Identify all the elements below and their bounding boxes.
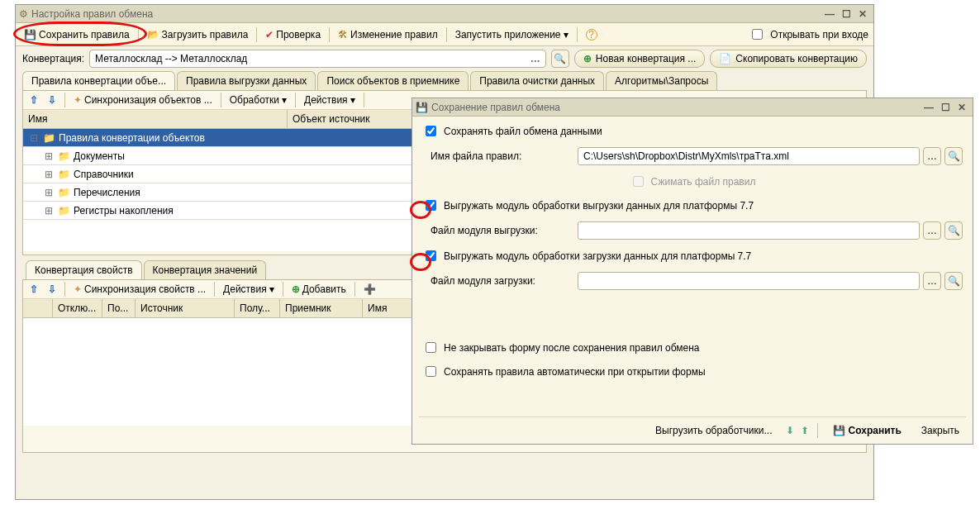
maximize-button[interactable]: ☐ xyxy=(938,101,953,114)
actions2-label: Действия xyxy=(223,283,267,295)
autosave-checkbox[interactable] xyxy=(426,366,436,377)
conversion-row: Конвертация: Металлосклад --> Металлоскл… xyxy=(16,46,873,71)
dont-close-checkbox[interactable] xyxy=(426,342,436,353)
col-receiver[interactable]: Приемник xyxy=(280,299,363,317)
close-dialog-button[interactable]: Закрыть xyxy=(915,422,966,439)
plus-icon: ⊕ xyxy=(583,54,592,64)
open-on-enter-checkbox[interactable] xyxy=(752,29,763,40)
tab-clean-rules[interactable]: Правила очистки данных xyxy=(470,71,604,90)
rules-filename-search[interactable]: 🔍 xyxy=(944,147,963,165)
dont-close-check[interactable]: Не закрывать форму после сохранения прав… xyxy=(422,340,963,355)
export-upload-module-check[interactable]: Выгружать модуль обработки выгрузки данн… xyxy=(422,198,963,213)
sync-props-button[interactable]: ✦ Синхронизация свойств ... xyxy=(70,282,209,297)
load-rules-button[interactable]: 📂 Загрузить правила xyxy=(144,27,252,42)
chevron-down-icon: ▾ xyxy=(564,30,568,40)
save-rules-label: Сохранить правила xyxy=(39,29,130,40)
tab-search-objects[interactable]: Поиск объектов в приемнике xyxy=(317,71,469,90)
export-icon[interactable]: ⬇ xyxy=(786,426,794,435)
main-title: Настройка правил обмена xyxy=(31,8,153,20)
separator xyxy=(446,27,447,42)
upload-module-input[interactable] xyxy=(578,221,920,240)
wrench-icon: 🛠 xyxy=(338,30,348,40)
new-conversion-button[interactable]: ⊕ Новая конвертация ... xyxy=(574,50,706,68)
processings-label: Обработки xyxy=(230,94,279,106)
conversion-label: Конвертация: xyxy=(22,53,84,64)
dont-close-label: Не закрывать форму после сохранения прав… xyxy=(444,342,700,354)
save-rules-button[interactable]: 💾 Сохранить правила xyxy=(21,27,133,42)
expand-icon[interactable]: ⊞ xyxy=(43,205,55,217)
upload-module-search[interactable]: 🔍 xyxy=(944,221,963,240)
tab-conversion-rules[interactable]: Правила конвертации объе... xyxy=(22,71,175,90)
expand-icon[interactable]: ⊟ xyxy=(28,132,40,144)
close-button[interactable]: ✕ xyxy=(855,7,870,21)
main-titlebar: ⚙ Настройка правил обмена — ☐ ✕ xyxy=(16,5,873,23)
expand-icon[interactable]: ⊞ xyxy=(43,150,55,162)
copy-icon: 📄 xyxy=(719,54,731,64)
export-upload-module-checkbox[interactable] xyxy=(426,200,436,211)
sync-objects-button[interactable]: ✦ Синхронизация объектов ... xyxy=(70,93,216,107)
modify-rules-label: Изменение правил xyxy=(350,29,438,40)
col-blank[interactable] xyxy=(23,299,53,317)
col-disabled[interactable]: Отклю... xyxy=(53,299,102,317)
actions-button[interactable]: Действия ▾ xyxy=(301,93,359,107)
tab-value-conversion[interactable]: Конвертация значений xyxy=(144,260,267,279)
processings-button[interactable]: Обработки ▾ xyxy=(226,93,290,107)
rules-filename-browse[interactable]: … xyxy=(923,147,941,165)
check-label: Проверка xyxy=(276,29,321,40)
download-module-browse[interactable]: … xyxy=(923,272,941,290)
col-po[interactable]: По... xyxy=(102,299,136,317)
save-exchange-file-checkbox[interactable] xyxy=(426,126,436,136)
move-down-button[interactable]: ⇩ xyxy=(45,93,59,107)
actions2-button[interactable]: Действия ▾ xyxy=(220,282,278,297)
upload-module-browse[interactable]: … xyxy=(923,221,941,240)
export-download-module-checkbox[interactable] xyxy=(426,250,436,261)
conversion-ellipsis[interactable]: … xyxy=(530,53,540,64)
rules-filename-input[interactable] xyxy=(578,147,920,165)
move-up-button[interactable]: ⇧ xyxy=(26,283,41,296)
check-button[interactable]: ✔ Проверка xyxy=(262,27,324,42)
main-toolbar: 💾 Сохранить правила 📂 Загрузить правила … xyxy=(16,23,873,46)
conversion-search-button[interactable]: 🔍 xyxy=(551,50,569,68)
run-app-button[interactable]: Запустить приложение ▾ xyxy=(452,27,572,42)
open-on-enter-check[interactable]: Открывать при входе xyxy=(749,26,868,42)
compress-file-check[interactable]: Сжимать файл правил xyxy=(422,174,963,189)
tab-label: Правила выгрузки данных xyxy=(186,75,307,87)
expand-icon[interactable]: ⊞ xyxy=(43,169,55,180)
export-handlers-button[interactable]: Выгрузить обработчики... xyxy=(649,422,778,439)
minimize-button[interactable]: — xyxy=(822,7,837,21)
save-exchange-file-check[interactable]: Сохранять файл обмена данными xyxy=(422,123,963,139)
expand-icon[interactable]: ⊞ xyxy=(43,187,55,198)
col-source2[interactable]: Источник xyxy=(136,299,235,317)
save-button[interactable]: 💾 Сохранить xyxy=(826,422,908,439)
maximize-button[interactable]: ☐ xyxy=(839,7,854,21)
copy-conversion-button[interactable]: 📄 Скопировать конвертацию xyxy=(710,50,867,68)
autosave-check[interactable]: Сохранять правила автоматически при откр… xyxy=(422,364,963,379)
col-name[interactable]: Имя xyxy=(23,110,288,128)
import-icon[interactable]: ⬆ xyxy=(801,426,809,435)
export-download-module-check[interactable]: Выгружать модуль обработки загрузки данн… xyxy=(422,248,963,264)
search-icon: 🔍 xyxy=(948,151,960,161)
help-button[interactable]: ? xyxy=(583,27,601,42)
col-polu[interactable]: Полу... xyxy=(235,299,280,317)
tab-property-conversion[interactable]: Конвертация свойств xyxy=(26,260,142,279)
move-up-button[interactable]: ⇧ xyxy=(26,93,41,107)
folder-open-icon: 📂 xyxy=(147,30,159,40)
close-button[interactable]: ✕ xyxy=(954,101,969,114)
conversion-input[interactable]: Металлосклад --> Металлосклад … xyxy=(89,50,546,68)
open-on-enter-label: Открывать при входе xyxy=(770,29,868,40)
save-exchange-file-label: Сохранять файл обмена данными xyxy=(444,126,602,137)
download-module-search[interactable]: 🔍 xyxy=(944,272,963,290)
add-button[interactable]: ⊕ Добавить xyxy=(288,282,350,297)
modify-rules-button[interactable]: 🛠 Изменение правил xyxy=(335,27,441,42)
tab-algorithms[interactable]: Алгоритмы\Запросы xyxy=(606,71,717,90)
extra-button[interactable]: ➕ xyxy=(360,283,379,296)
minimize-button[interactable]: — xyxy=(921,101,936,114)
tab-label: Конвертация свойств xyxy=(35,264,133,276)
dialog-titlebar: 💾 Сохранение правил обмена — ☐ ✕ xyxy=(412,98,973,117)
tab-upload-rules[interactable]: Правила выгрузки данных xyxy=(177,71,316,90)
save-rules-dialog: 💾 Сохранение правил обмена — ☐ ✕ Сохраня… xyxy=(412,98,973,445)
separator xyxy=(577,27,578,42)
upload-module-row: Файл модуля выгрузки: … 🔍 xyxy=(422,221,963,240)
download-module-input[interactable] xyxy=(578,272,920,290)
move-down-button[interactable]: ⇩ xyxy=(45,283,59,296)
